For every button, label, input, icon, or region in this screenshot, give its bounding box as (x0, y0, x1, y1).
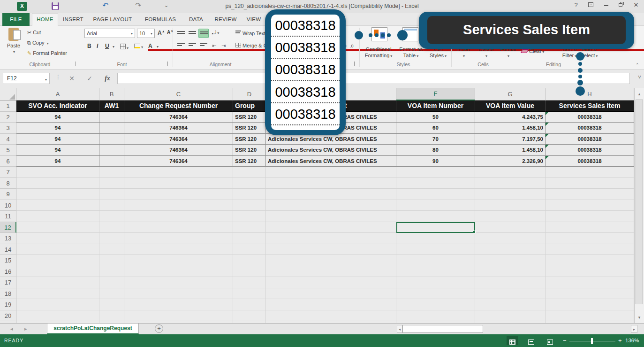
scroll-down-icon[interactable]: ▾ (635, 313, 644, 322)
row-header-5[interactable]: 5 (0, 145, 16, 156)
cell-E18[interactable] (266, 288, 396, 300)
cell-B12[interactable] (99, 222, 124, 233)
cell-H10[interactable] (546, 200, 634, 211)
minimize-button[interactable] (602, 1, 610, 9)
font-size-combobox[interactable]: 10▾ (137, 29, 155, 38)
cell-D5[interactable]: SSR 120 (233, 145, 266, 156)
italic-button[interactable]: I (97, 43, 98, 49)
cell-G16[interactable] (475, 266, 546, 278)
cell-E10[interactable] (266, 200, 396, 211)
fill-handle[interactable] (473, 231, 476, 233)
cell-E12[interactable] (266, 222, 396, 233)
ribbon-display-options-button[interactable]: ⌃ (587, 1, 595, 9)
orientation-button[interactable]: ⤾▾ (212, 30, 219, 36)
page-break-view-button[interactable] (544, 336, 555, 345)
cell-E13[interactable] (266, 233, 396, 244)
cell-F8[interactable] (396, 178, 475, 189)
cell-D13[interactable] (233, 233, 266, 244)
cell-F14[interactable] (396, 244, 475, 255)
row-header-2[interactable]: 2 (0, 112, 16, 123)
cell-A6[interactable]: 94 (16, 156, 99, 167)
cell-F20[interactable] (396, 310, 475, 322)
cell-G5[interactable]: 1.458,10 (475, 145, 546, 156)
cell-F9[interactable] (396, 189, 475, 200)
clipboard-dialog-launcher[interactable] (71, 62, 76, 66)
cell-G3[interactable]: 1.458,10 (475, 123, 546, 134)
cell-D16[interactable] (233, 266, 266, 278)
cell-B6[interactable] (99, 156, 124, 167)
cell-H11[interactable] (546, 211, 634, 222)
cell-G10[interactable] (475, 200, 546, 211)
cell-B11[interactable] (99, 211, 124, 222)
expand-formula-bar-icon[interactable]: ˅ (638, 74, 641, 81)
cell-F2[interactable]: 50 (396, 112, 475, 123)
bottom-align-button[interactable] (198, 29, 209, 38)
cell-D6[interactable]: SSR 120 (233, 156, 266, 167)
tab-review[interactable]: REVIEW (210, 13, 241, 26)
new-sheet-button[interactable]: + (155, 324, 163, 333)
cell-F15[interactable] (396, 255, 475, 266)
cell-H18[interactable] (546, 288, 634, 300)
cell-E6[interactable]: Adicionales Services CW, OBRAS CIVILES (266, 156, 396, 167)
cell-H9[interactable] (546, 189, 634, 200)
cell-A14[interactable] (16, 244, 99, 255)
cell-F5[interactable]: 80 (396, 145, 475, 156)
underline-button[interactable]: U (105, 43, 109, 49)
cell-D4[interactable]: SSR 120 (233, 134, 266, 145)
column-header-c[interactable]: C (124, 88, 233, 100)
cell-A15[interactable] (16, 255, 99, 266)
hscroll-left-icon[interactable]: ◂ (397, 325, 402, 333)
cell-F6[interactable]: 90 (396, 156, 475, 167)
cell-C5[interactable]: 746364 (124, 145, 233, 156)
cell-B8[interactable] (99, 178, 124, 189)
cell-H19[interactable] (546, 299, 634, 310)
cell-G6[interactable]: 2.326,90 (475, 156, 546, 167)
cell-A9[interactable] (16, 189, 99, 200)
borders-button[interactable]: ▾ (120, 44, 129, 50)
cell-D10[interactable] (233, 200, 266, 211)
row-header-4[interactable]: 4 (0, 134, 16, 145)
cell-E20[interactable] (266, 310, 396, 322)
cell-G9[interactable] (475, 189, 546, 200)
cell-A16[interactable] (16, 266, 99, 278)
copy-button[interactable]: ⧉ Copy ▾ (27, 40, 49, 46)
collapse-ribbon-icon[interactable]: ⌃ (636, 62, 639, 68)
restore-button[interactable] (617, 1, 625, 9)
zoom-slider-thumb[interactable] (591, 338, 593, 344)
cell-C4[interactable]: 746364 (124, 134, 233, 145)
tab-data[interactable]: DATA (184, 13, 208, 26)
row-header-15[interactable]: 15 (0, 255, 16, 266)
zoom-level[interactable]: 136% (625, 338, 639, 343)
cell-A3[interactable]: 94 (16, 123, 99, 134)
row-header-13[interactable]: 13 (0, 233, 16, 244)
cell-B15[interactable] (99, 255, 124, 266)
cell-C10[interactable] (124, 200, 233, 211)
cell-H14[interactable] (546, 244, 634, 255)
wrap-text-button[interactable]: Wrap Text (235, 30, 265, 36)
cell-A17[interactable] (16, 277, 99, 288)
cell-B10[interactable] (99, 200, 124, 211)
cell-D11[interactable] (233, 211, 266, 222)
cell-A5[interactable]: 94 (16, 145, 99, 156)
name-box[interactable]: F12 ▾ (3, 73, 50, 84)
cell-F11[interactable] (396, 211, 475, 222)
cell-F19[interactable] (396, 299, 475, 310)
row-header-10[interactable]: 10 (0, 200, 16, 211)
cell-F3[interactable]: 60 (396, 123, 475, 134)
grow-font-button[interactable]: A▲ (158, 30, 165, 36)
cancel-button[interactable]: ✕ (65, 73, 79, 84)
cell-D7[interactable] (233, 167, 266, 178)
cell-E7[interactable] (266, 167, 396, 178)
row-header-12[interactable]: 12 (0, 222, 16, 233)
cell-D8[interactable] (233, 178, 266, 189)
cell-D14[interactable] (233, 244, 266, 255)
cell-H15[interactable] (546, 255, 634, 266)
cell-C11[interactable] (124, 211, 233, 222)
next-sheet-icon[interactable]: ▸ (24, 326, 27, 332)
cell-C2[interactable]: 746364 (124, 112, 233, 123)
cell-A13[interactable] (16, 233, 99, 244)
cell-D18[interactable] (233, 288, 266, 300)
vertical-scrollbar[interactable]: ▴ ▾ (634, 88, 644, 323)
cell-G7[interactable] (475, 167, 546, 178)
normal-view-button[interactable] (507, 336, 518, 345)
